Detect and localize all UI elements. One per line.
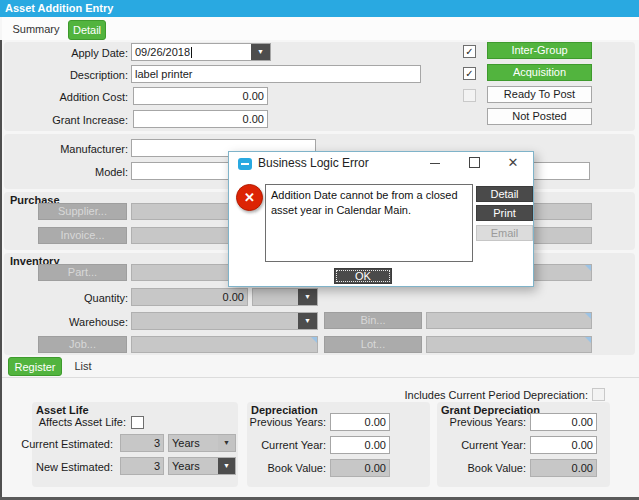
check-icon: ✓ [465, 68, 473, 79]
uom-dropdown-button[interactable]: ▼ [298, 289, 317, 305]
addition-cost-field[interactable]: 0.00 [133, 87, 268, 105]
dialog-titlebar[interactable]: Business Logic Error ✕ [229, 152, 533, 174]
dialog-maximize-button[interactable] [461, 152, 487, 174]
error-message: Addition Date cannot be from a closed as… [271, 189, 458, 216]
new-estimated-field: 3 [120, 457, 164, 475]
grant-previous-years-field[interactable]: 0.00 [530, 413, 597, 431]
warehouse-dropdown-button[interactable]: ▼ [298, 313, 317, 329]
acquisition-button[interactable]: Acquisition [487, 64, 592, 81]
dep-book-value-field: 0.00 [330, 459, 390, 477]
acquisition-checkbox[interactable]: ✓ [463, 67, 476, 80]
tab-summary[interactable]: Summary [8, 20, 64, 39]
chevron-down-icon: ▼ [257, 48, 264, 55]
not-posted-button[interactable]: Not Posted [487, 108, 592, 125]
grant-book-value-field: 0.00 [530, 459, 597, 477]
check-icon: ✓ [465, 46, 473, 57]
includes-current-period-checkbox [592, 388, 605, 401]
minimize-icon [430, 163, 440, 164]
not-posted-label: Not Posted [512, 110, 566, 122]
lot-field [426, 336, 592, 353]
window-titlebar: Asset Addition Entry [0, 0, 639, 17]
warehouse-label: Warehouse: [20, 313, 128, 331]
current-estimated-label: Current Estimated: [20, 435, 113, 453]
bin-button-label: Bin... [360, 314, 385, 326]
job-button-label: Job... [69, 338, 96, 350]
grant-increase-value: 0.00 [243, 113, 264, 125]
quantity-label: Quantity: [20, 289, 128, 307]
app-window-icon [238, 158, 252, 170]
asset-addition-entry-window: Asset Addition Entry Summary Detail Appl… [0, 0, 639, 500]
affects-asset-life-checkbox[interactable] [131, 416, 144, 429]
email-button: Email [476, 225, 533, 241]
inter-group-label: Inter-Group [511, 44, 567, 56]
dialog-close-button[interactable]: ✕ [500, 152, 526, 174]
apply-date-field[interactable]: 09/26/2018 ▼ [131, 43, 271, 61]
grant-book-value-value: 0.00 [572, 462, 593, 474]
apply-date-label: Apply Date: [20, 44, 128, 62]
inter-group-button[interactable]: Inter-Group [487, 42, 592, 59]
print-button-label: Print [493, 207, 516, 219]
print-button[interactable]: Print [476, 205, 533, 221]
ok-button-label: OK [355, 270, 371, 282]
email-button-label: Email [491, 227, 519, 239]
uom-dropdown[interactable]: ▼ [252, 288, 318, 306]
grant-previous-years-value: 0.00 [572, 416, 593, 428]
ready-to-post-label: Ready To Post [504, 88, 575, 100]
current-estimated-unit-dropdown[interactable]: Years ▼ [168, 434, 236, 452]
job-field [131, 336, 318, 353]
ready-to-post-button[interactable]: Ready To Post [487, 86, 592, 103]
supplier-button-label: Supplier... [58, 205, 107, 217]
detail-button-label: Detail [490, 188, 518, 200]
grant-current-year-label: Current Year: [436, 436, 526, 454]
tab-detail-label: Detail [73, 24, 101, 36]
text-cursor [191, 47, 192, 58]
current-estimated-dropdown-button[interactable]: ▼ [218, 435, 235, 451]
tab-register[interactable]: Register [8, 357, 62, 376]
detail-button[interactable]: Detail [476, 186, 533, 202]
tab-detail[interactable]: Detail [68, 20, 106, 40]
new-estimated-unit-dropdown[interactable]: Years ▼ [168, 457, 236, 475]
new-estimated-label: New Estimated: [20, 458, 113, 476]
apply-date-dropdown-button[interactable]: ▼ [251, 44, 270, 60]
field-marker-icon [311, 337, 317, 343]
field-marker-icon [585, 337, 591, 343]
supplier-button: Supplier... [38, 203, 127, 220]
grant-increase-label: Grant Increase: [20, 111, 128, 129]
new-estimated-unit: Years [172, 460, 200, 472]
addition-cost-value: 0.00 [243, 90, 264, 102]
warehouse-dropdown[interactable]: ▼ [131, 312, 318, 330]
maximize-icon [469, 157, 480, 168]
model-label: Model: [20, 163, 128, 181]
invoice-button-label: Invoice... [60, 229, 104, 241]
window-left-border [0, 40, 2, 497]
window-title: Asset Addition Entry [5, 2, 113, 14]
addition-cost-label: Addition Cost: [20, 88, 128, 106]
ok-button[interactable]: OK [334, 268, 392, 284]
quantity-field: 0.00 [131, 288, 248, 306]
description-value: label printer [135, 68, 192, 80]
business-logic-error-dialog: Business Logic Error ✕ ✕ Addition Date c… [228, 151, 534, 287]
field-marker-icon [585, 265, 591, 271]
affects-asset-life-label: Affects Asset Life: [30, 413, 126, 431]
new-estimated-dropdown-button[interactable]: ▼ [218, 458, 235, 474]
dialog-minimize-button[interactable] [422, 152, 448, 174]
inter-group-checkbox[interactable]: ✓ [463, 45, 476, 58]
error-message-box: Addition Date cannot be from a closed as… [265, 184, 473, 262]
dep-previous-years-field[interactable]: 0.00 [330, 413, 390, 431]
grant-current-year-field[interactable]: 0.00 [530, 436, 597, 454]
grant-book-value-label: Book Value: [436, 459, 526, 477]
manufacturer-label: Manufacturer: [20, 140, 128, 158]
description-field[interactable]: label printer [131, 65, 421, 83]
grant-increase-field[interactable]: 0.00 [133, 110, 268, 128]
current-estimated-value: 3 [154, 437, 160, 449]
job-button: Job... [38, 336, 127, 353]
error-x-icon: ✕ [244, 190, 255, 205]
grant-previous-years-label: Previous Years: [436, 413, 526, 431]
lot-button: Lot... [324, 336, 422, 353]
tab-list[interactable]: List [66, 357, 100, 376]
dep-current-year-field[interactable]: 0.00 [330, 436, 390, 454]
dep-book-value-value: 0.00 [365, 462, 386, 474]
grant-current-year-value: 0.00 [572, 439, 593, 451]
acquisition-label: Acquisition [513, 66, 566, 78]
tab-list-label: List [74, 360, 91, 372]
